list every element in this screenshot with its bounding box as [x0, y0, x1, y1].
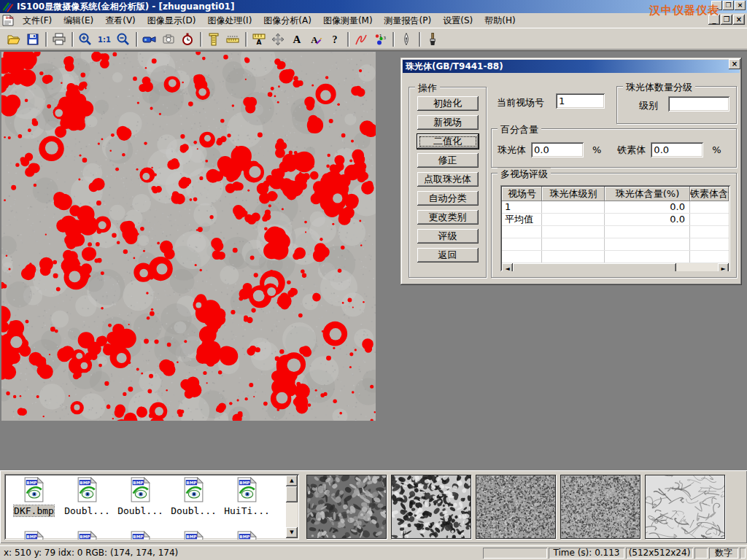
bmp-file-icon: BMP [77, 531, 97, 540]
thumbnail-2[interactable] [391, 475, 471, 539]
operation-button-5[interactable]: 点取珠光体 [417, 172, 479, 187]
file-item-row2-4[interactable]: BMP [167, 531, 220, 540]
brush-icon[interactable] [423, 31, 442, 48]
window-controls: _ ❐ × [711, 1, 746, 10]
count-points-icon[interactable]: 13 [371, 31, 390, 48]
operation-button-3[interactable]: 二值化 [417, 134, 479, 149]
file-item-1[interactable]: BMPDKF.bmp [7, 477, 61, 516]
ferrite-input[interactable] [651, 142, 703, 158]
zoom-in-icon[interactable] [76, 31, 95, 48]
pen-icon[interactable] [397, 31, 416, 48]
menu-item-image-display[interactable]: 图像显示(D) [142, 13, 202, 28]
thumbnail-4-image[interactable] [561, 475, 640, 538]
menu-item-settings[interactable]: 设置(S) [437, 13, 479, 28]
menu-item-image-analysis[interactable]: 图像分析(A) [258, 13, 317, 28]
scroll-right-icon[interactable]: ► [718, 263, 729, 271]
menu-item-help[interactable]: 帮助(H) [479, 13, 521, 28]
thumbnail-5-image[interactable] [646, 475, 724, 538]
file-item-row2-3[interactable]: BMP [114, 531, 167, 540]
current-field-input[interactable] [556, 93, 605, 109]
thumbnail-1-image[interactable] [307, 475, 386, 538]
curve-icon[interactable] [352, 31, 371, 48]
zoom-out-icon[interactable] [114, 31, 133, 48]
table-header-1[interactable]: 视场号 [502, 187, 542, 201]
table-row[interactable] [502, 251, 729, 263]
edit-text-icon[interactable]: A [306, 31, 325, 48]
scroll-up-icon[interactable]: ▲ [286, 475, 298, 486]
print-icon[interactable] [50, 31, 69, 48]
file-item-row2-5[interactable]: BMP [220, 531, 274, 540]
open-icon[interactable] [4, 31, 23, 48]
thumbnail-5[interactable] [645, 475, 725, 539]
table-header-2[interactable]: 珠光体级别 [542, 187, 605, 201]
svg-text:BMP: BMP [80, 534, 90, 539]
scroll-thumb[interactable] [286, 486, 298, 502]
bmp-file-icon: BMP [77, 477, 97, 505]
window-restore-button[interactable]: ❐ [723, 1, 734, 10]
save-icon[interactable] [23, 31, 42, 48]
operation-button-6[interactable]: 自动分类 [417, 191, 479, 206]
child-minimize-button[interactable]: _ [708, 15, 720, 25]
table-row[interactable]: 平均值0.0 [502, 214, 729, 226]
operation-button-7[interactable]: 更改类别 [417, 210, 479, 225]
menu-item-file[interactable]: 文件(F) [17, 13, 58, 28]
move-icon[interactable] [268, 31, 287, 48]
thumbnail-2-image[interactable] [392, 475, 471, 538]
operation-button-2[interactable]: 新视场 [417, 115, 479, 130]
table-header-3[interactable]: 珠光体含量(%) [605, 187, 690, 201]
table-horizontal-scrollbar[interactable]: ◄ ► [502, 263, 729, 271]
timer-icon[interactable] [178, 31, 197, 48]
caliper-icon[interactable] [204, 31, 223, 48]
toolbar-separator [200, 32, 201, 47]
micrograph-image[interactable] [1, 52, 376, 421]
window-minimize-button[interactable]: _ [711, 1, 722, 10]
grade-input[interactable] [668, 96, 729, 112]
child-close-button[interactable]: × [733, 15, 745, 25]
dialog-close-button[interactable]: × [729, 59, 740, 69]
table-row[interactable] [502, 238, 729, 251]
scroll-down-icon[interactable]: ▼ [286, 527, 298, 538]
thumbnail-1[interactable] [306, 475, 387, 539]
child-restore-button[interactable]: ❐ [721, 15, 732, 25]
file-item-3[interactable]: BMPDoubl... [114, 477, 167, 516]
file-item-row2-1[interactable]: BMP [7, 531, 61, 540]
file-item-2[interactable]: BMPDoubl... [61, 477, 114, 516]
file-item-5[interactable]: BMPHuiTi... [220, 477, 274, 516]
table-header-4[interactable]: 铁素体含量(%) [690, 187, 729, 201]
help-icon[interactable]: ? [325, 31, 344, 48]
file-browser-scrollbar[interactable]: ▲ ▼ [286, 475, 298, 538]
document-icon[interactable]: DOC [2, 15, 14, 26]
thumbnail-4[interactable] [560, 475, 640, 539]
menu-item-image-measure[interactable]: 图像测量(M) [317, 13, 379, 28]
measure-text-icon[interactable]: A [249, 31, 268, 48]
operation-button-8[interactable]: 评级 [417, 229, 479, 244]
operation-button-9[interactable]: 返回 [417, 248, 479, 262]
bottom-panel: BMPDKF.bmpBMPDoubl...BMPDoubl...BMPDoubl… [0, 470, 747, 543]
thumbnail-3-image[interactable] [476, 475, 555, 538]
pearlite-input[interactable] [531, 142, 584, 158]
scroll-thumb[interactable] [513, 263, 676, 271]
menu-item-measure-report[interactable]: 测量报告(P) [379, 13, 438, 28]
menu-item-image-process[interactable]: 图像处理(I) [201, 13, 258, 28]
scroll-left-icon[interactable]: ◄ [502, 263, 513, 271]
table-row[interactable] [502, 226, 729, 238]
ruler-icon[interactable] [223, 31, 242, 48]
dialog-title-bar[interactable]: 珠光体(GB/T9441-88) [403, 60, 740, 73]
video-camera-icon[interactable] [140, 31, 159, 48]
file-name: Doubl... [117, 505, 163, 516]
file-item-4[interactable]: BMPDoubl... [167, 477, 220, 516]
actual-size-icon[interactable]: 1:1 [95, 31, 114, 48]
window-close-button[interactable]: × [735, 1, 746, 10]
menu-item-edit[interactable]: 编辑(E) [58, 13, 99, 28]
window-title: IS100显微摄像系统(金相分析版) - [zhuguangti01] [17, 1, 234, 13]
text-label-icon[interactable]: A [287, 31, 306, 48]
operation-button-1[interactable]: 初始化 [417, 96, 479, 111]
camera-icon[interactable] [159, 31, 178, 48]
menu-item-view[interactable]: 查看(V) [99, 13, 142, 28]
rating-table-header: 视场号珠光体级别珠光体含量(%)铁素体含量(%) [502, 187, 729, 201]
file-item-row2-2[interactable]: BMP [61, 531, 114, 540]
thumbnail-3[interactable] [476, 475, 556, 539]
table-row[interactable]: 10.0 [502, 201, 729, 214]
operation-button-4[interactable]: 修正 [417, 153, 479, 168]
toolbar-separator [71, 32, 73, 47]
